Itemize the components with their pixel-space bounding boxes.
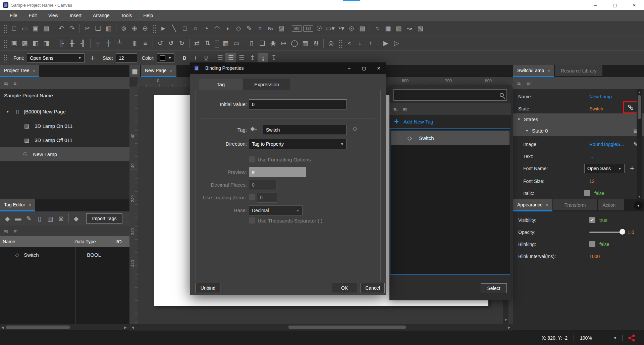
redo-icon[interactable]: ↷ bbox=[67, 23, 77, 34]
italic-checkbox[interactable] bbox=[584, 190, 590, 196]
properties-vscrollbar[interactable]: ▲ ▼ bbox=[637, 89, 642, 200]
name-value[interactable]: New Lamp bbox=[589, 94, 612, 99]
blink-interval-value[interactable]: 1000 bbox=[589, 254, 600, 259]
paste-tag-icon[interactable]: ▥ bbox=[45, 213, 56, 224]
button-widget-icon[interactable]: ▭▾ bbox=[325, 23, 335, 34]
arc-tool-icon[interactable]: ◠ bbox=[212, 23, 222, 34]
zoom-fit-icon[interactable]: ⊚ bbox=[118, 23, 129, 34]
teardrop-tool-icon[interactable]: ◗ bbox=[222, 23, 233, 34]
chart-widget-icon[interactable]: ≈ bbox=[372, 23, 383, 34]
group-icon[interactable]: ▣ bbox=[9, 38, 19, 49]
add-tag-icon[interactable]: ◆ bbox=[2, 213, 13, 224]
list-item-switch[interactable]: ◇ Switch bbox=[391, 131, 509, 145]
flip-v-icon[interactable]: ⇅ bbox=[202, 38, 213, 49]
share-icon[interactable] bbox=[628, 334, 636, 342]
font-size-input[interactable]: 12 bbox=[116, 53, 137, 63]
column-header-io[interactable]: I/O bbox=[115, 239, 122, 244]
alarm-bell-icon[interactable]: ◉ bbox=[268, 38, 278, 49]
canvas-hscrollbar[interactable]: ◀ ▶ bbox=[129, 324, 513, 330]
text-tool-icon[interactable]: T bbox=[255, 23, 265, 34]
chevron-expander-icon[interactable]: ▼ bbox=[525, 129, 529, 133]
sort-asc-icon[interactable]: ≡↑ bbox=[403, 106, 407, 112]
tab-appearance[interactable]: Appearance × bbox=[513, 199, 552, 211]
menu-edit[interactable]: Edit bbox=[23, 10, 43, 21]
share-tool-icon[interactable]: < bbox=[344, 38, 355, 49]
tree-root[interactable]: Sample Project Name bbox=[4, 93, 53, 99]
user-icon[interactable]: ◯ bbox=[289, 38, 300, 49]
new-file-icon[interactable]: □ bbox=[9, 23, 19, 34]
add-font-icon[interactable]: + bbox=[630, 164, 634, 173]
align-left-icon[interactable]: ╟ bbox=[56, 38, 67, 49]
distribute-v-icon[interactable]: ≡ bbox=[140, 38, 151, 49]
sort-desc-icon[interactable]: ≡↓ bbox=[4, 81, 8, 86]
bring-front-icon[interactable]: ◧ bbox=[30, 38, 41, 49]
italic-button[interactable]: I bbox=[190, 53, 201, 63]
numeric-tag-icon[interactable]: ◆ bbox=[71, 213, 82, 224]
number-tool-icon[interactable]: № bbox=[265, 23, 276, 34]
undo-icon[interactable]: ↶ bbox=[56, 23, 67, 34]
tag-icon[interactable]: ◇ bbox=[353, 125, 358, 132]
unbind-button[interactable]: Unbind bbox=[196, 283, 220, 293]
underline-button[interactable]: U bbox=[201, 53, 211, 63]
dialog-maximize-button[interactable]: ▢ bbox=[357, 66, 371, 71]
edit-tag-icon[interactable]: ✎ bbox=[23, 213, 34, 224]
initial-value-input[interactable]: 0 bbox=[249, 99, 347, 109]
zoom-in-icon[interactable]: ⊕ bbox=[129, 23, 140, 34]
lamp-widget-icon[interactable]: ☉ bbox=[314, 23, 325, 34]
trend-widget-icon[interactable]: ↝ bbox=[404, 23, 415, 34]
select-button[interactable]: Select bbox=[481, 283, 507, 293]
close-button[interactable]: ✕ bbox=[625, 0, 644, 10]
scrollbar-thumb[interactable] bbox=[638, 95, 641, 119]
pen-tool-icon[interactable]: ✎ bbox=[244, 23, 255, 34]
tree-item-lamp-off[interactable]: ▨ 3D Lamp Off 011 bbox=[0, 133, 129, 147]
visibility-checkbox[interactable]: ✓ bbox=[589, 217, 595, 223]
document-icon[interactable]: ▯ bbox=[246, 38, 257, 49]
zoom-out-icon[interactable]: ⊖ bbox=[140, 23, 151, 34]
align-middle-icon[interactable]: ╪ bbox=[103, 38, 114, 49]
paste-icon[interactable]: ▥ bbox=[103, 23, 114, 34]
minimize-button[interactable]: – bbox=[586, 0, 605, 10]
scrollbar-thumb[interactable] bbox=[6, 326, 70, 329]
tree-item-page[interactable]: ▼ ▯ [B0000] New Page bbox=[0, 105, 129, 118]
column-header-name[interactable]: Name bbox=[3, 239, 74, 244]
scroll-right-icon[interactable]: ▶ bbox=[124, 326, 127, 329]
blinking-checkbox[interactable] bbox=[589, 241, 595, 247]
bold-button[interactable]: B bbox=[179, 53, 190, 63]
add-font-button[interactable]: + bbox=[87, 53, 98, 63]
rotate-90-cw-icon[interactable]: ↻ bbox=[176, 38, 187, 49]
sort-desc-icon[interactable]: ≡↓ bbox=[4, 228, 8, 234]
text-align-center-icon[interactable]: ☰ bbox=[225, 53, 236, 63]
close-icon[interactable]: × bbox=[546, 202, 549, 207]
dialog-minimize-button[interactable]: – bbox=[342, 66, 357, 71]
tag-search-input[interactable] bbox=[393, 89, 507, 101]
opacity-slider-knob[interactable] bbox=[620, 229, 625, 235]
save-all-icon[interactable]: ▤ bbox=[41, 23, 52, 34]
menu-tools[interactable]: Tools bbox=[115, 10, 138, 21]
open-tags-icon[interactable]: ▬ bbox=[13, 213, 23, 224]
left-panel-hscrollbar[interactable]: ◀ ▶ bbox=[0, 324, 129, 330]
scrollbar-thumb[interactable] bbox=[288, 326, 406, 329]
binding-icon[interactable]: ◎ bbox=[326, 38, 336, 49]
flip-h-icon[interactable]: ⇄ bbox=[192, 38, 202, 49]
column-header-datatype[interactable]: Data Type bbox=[74, 239, 115, 244]
send-back-icon[interactable]: ◨ bbox=[41, 38, 52, 49]
gauge-widget-icon[interactable]: ◔▾ bbox=[335, 23, 346, 34]
align-right-icon[interactable]: ╢ bbox=[77, 38, 88, 49]
menu-file[interactable]: File bbox=[4, 10, 23, 21]
polygon-tool-icon[interactable]: ◇ bbox=[233, 23, 244, 34]
table-icon[interactable]: ▦ bbox=[220, 38, 231, 49]
menu-arrange[interactable]: Arrange bbox=[87, 10, 115, 21]
tag-input[interactable]: Switch bbox=[263, 125, 347, 135]
add-tag-icon[interactable]: ◆+ bbox=[250, 125, 257, 132]
copy-tag-icon[interactable]: ▯ bbox=[34, 213, 45, 224]
ungroup-icon[interactable]: ▩ bbox=[19, 38, 30, 49]
sort-asc-icon[interactable]: ≡↑ bbox=[13, 228, 17, 234]
rect-tool-icon[interactable]: □ bbox=[179, 23, 190, 34]
scroll-left-icon[interactable]: ◀ bbox=[131, 326, 134, 329]
direction-select[interactable]: Tag to Property ▼ bbox=[249, 139, 347, 149]
copy-icon[interactable]: ❏ bbox=[93, 23, 103, 34]
close-icon[interactable]: × bbox=[170, 68, 173, 73]
run-icon[interactable]: ▷ bbox=[391, 38, 402, 49]
image-value[interactable]: RoundToggleS... bbox=[589, 142, 624, 147]
delete-tag-icon[interactable]: ⊠ bbox=[56, 213, 66, 224]
